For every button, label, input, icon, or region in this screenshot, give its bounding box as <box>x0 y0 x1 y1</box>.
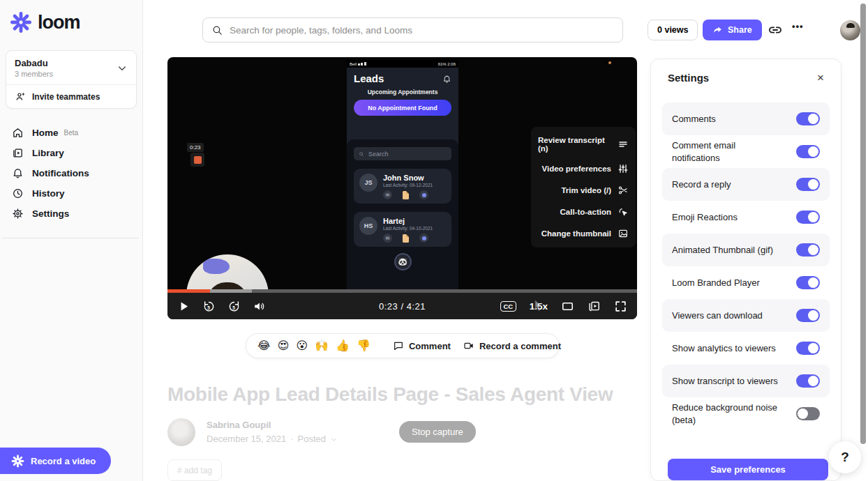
search-icon <box>211 24 223 36</box>
fullscreen-button[interactable] <box>614 300 627 313</box>
settings-row: Reduce background noise (beta) <box>662 397 830 430</box>
workspace-switcher[interactable]: Dabadu 3 members <box>6 51 136 84</box>
settings-row: Show transcript to viewers <box>662 365 830 397</box>
video-player[interactable]: Bell 61% 2:06 Leads Upcoming Appointment… <box>167 57 637 319</box>
emoji-reaction-4[interactable]: 👍 <box>336 340 350 351</box>
sidebar-item-library[interactable]: Library <box>0 143 142 163</box>
lead-name: Hartej <box>383 217 433 225</box>
stop-capture-button[interactable]: Stop capture <box>399 421 476 443</box>
views-button[interactable]: 0 views <box>648 20 698 40</box>
menu-item-video-preferences[interactable]: Video preferences <box>531 158 636 179</box>
stop-recording-button[interactable] <box>190 153 204 167</box>
lead-activity: Last Activity: 04-10-2021 <box>383 226 433 231</box>
emoji-reaction-3[interactable]: 🙌 <box>315 340 329 351</box>
settings-row: Comments <box>662 102 830 135</box>
dot-separator: · <box>290 434 293 444</box>
phone-mascot-icon: 🐼 <box>394 253 412 270</box>
nav-label: Library <box>32 148 64 158</box>
loom-logo[interactable]: loom <box>10 11 80 33</box>
file-icon <box>403 191 409 199</box>
settings-panel: Settings × Comments Comment email notifi… <box>650 59 841 481</box>
invite-teammates-button[interactable]: Invite teammates <box>6 84 136 108</box>
user-avatar[interactable] <box>840 20 860 40</box>
record-a-comment-button[interactable]: Record a comment <box>463 340 561 351</box>
toggle-on[interactable] <box>796 211 820 224</box>
save-preferences-button[interactable]: Save preferences <box>668 459 828 480</box>
recording-indicator-dot <box>608 61 611 64</box>
settings-row: Emoji Reactions <box>662 201 830 234</box>
comment-button[interactable]: Comment <box>393 340 451 351</box>
video-status[interactable]: Posted <box>298 434 326 444</box>
picture-in-picture-button[interactable] <box>588 300 601 313</box>
forward-5-button[interactable]: 5 <box>227 300 241 313</box>
menu-label: Change thumbnail <box>541 229 611 238</box>
video-phone-screen: Bell 61% 2:06 Leads Upcoming Appointment… <box>347 60 458 293</box>
search-input[interactable] <box>230 25 614 36</box>
video-controls: 5 5 0:23 / 4:21 CC 1.5x <box>167 293 637 319</box>
record-a-video-button[interactable]: Record a video <box>0 448 111 474</box>
rewind-5-button[interactable]: 5 <box>202 300 216 313</box>
emoji-reaction-0[interactable]: 😂 <box>257 340 271 351</box>
file-icon <box>403 234 409 243</box>
toggle-on[interactable] <box>796 112 820 125</box>
settings-row: Animated Thumbnail (gif) <box>662 234 830 266</box>
battery-percent: 61% <box>438 62 447 66</box>
menu-item-call-to-action[interactable]: Call-to-action <box>531 201 636 222</box>
captions-button[interactable]: CC <box>500 301 516 312</box>
video-context-menu: Review transcript (n) Video preferences … <box>531 127 636 247</box>
toggle-on[interactable] <box>796 309 820 322</box>
settings-panel-title: Settings <box>668 72 709 84</box>
toggle-on[interactable] <box>796 145 820 158</box>
volume-button[interactable] <box>253 300 266 313</box>
copy-link-icon[interactable] <box>768 22 783 38</box>
close-icon[interactable]: × <box>817 72 824 84</box>
sidebar-item-settings[interactable]: Settings <box>0 204 142 224</box>
sidebar-item-home[interactable]: HomeBeta <box>0 123 142 143</box>
menu-label: Review transcript (n) <box>538 136 611 153</box>
sidebar-item-history[interactable]: History <box>0 183 142 204</box>
setting-label: Show analytics to viewers <box>672 342 776 355</box>
emoji-reaction-1[interactable]: 😍 <box>278 340 290 351</box>
settings-row: Viewers can download <box>662 299 830 332</box>
search-bar <box>202 17 623 43</box>
nav-label: Home <box>32 128 59 138</box>
page-scrollbar[interactable] <box>860 3 866 444</box>
svg-text:5: 5 <box>207 305 210 310</box>
setting-label: Comments <box>672 113 716 125</box>
more-options-button[interactable]: ••• <box>792 21 804 31</box>
sidebar-item-notifications[interactable]: Notifications <box>0 163 142 183</box>
workspace-card: Dabadu 3 members Invite teammates <box>6 50 137 109</box>
nav-label: Notifications <box>32 168 89 178</box>
toggle-on[interactable] <box>796 276 820 289</box>
menu-item-review-transcript-n[interactable]: Review transcript (n) <box>531 130 636 158</box>
play-button[interactable] <box>177 300 190 313</box>
chevron-down-icon <box>330 435 338 443</box>
workspace-members: 3 members <box>15 70 53 78</box>
toggle-on[interactable] <box>796 243 820 257</box>
toggle-on[interactable] <box>796 342 820 355</box>
setting-label: Emoji Reactions <box>672 211 738 224</box>
call-icon <box>419 190 428 199</box>
setting-label: Reduce background noise (beta) <box>672 402 784 426</box>
recording-timer: 0:23 <box>187 143 204 152</box>
emoji-reaction-2[interactable]: 😮 <box>296 340 308 351</box>
add-tag-button[interactable]: # add tag <box>167 459 222 481</box>
menu-item-change-thumbnail[interactable]: Change thumbnail <box>531 222 636 244</box>
theater-mode-button[interactable] <box>561 300 574 313</box>
setting-label: Show transcript to viewers <box>672 375 778 388</box>
toggle-on[interactable] <box>796 374 820 388</box>
phone-status-bar: Bell 61% 2:06 <box>347 60 458 68</box>
menu-item-trim-video[interactable]: Trim video (/) <box>531 179 636 201</box>
help-button[interactable]: ? <box>829 441 861 473</box>
scissors-icon <box>618 185 629 196</box>
emoji-reaction-5[interactable]: 👎 <box>357 340 371 351</box>
sidebar: loom Dabadu 3 members Invite teammates H… <box>0 0 143 481</box>
loom-flower-icon <box>11 455 24 468</box>
lead-initials: HS <box>359 217 377 235</box>
toggle-on[interactable] <box>796 178 820 191</box>
share-icon <box>712 25 723 36</box>
toggle-off[interactable] <box>796 407 820 420</box>
lead-card: HS Hartej Last Activity: 04-10-2021 ✉ <box>354 212 451 247</box>
share-button[interactable]: Share <box>703 20 762 40</box>
settings-row: Show analytics to viewers <box>662 332 830 365</box>
